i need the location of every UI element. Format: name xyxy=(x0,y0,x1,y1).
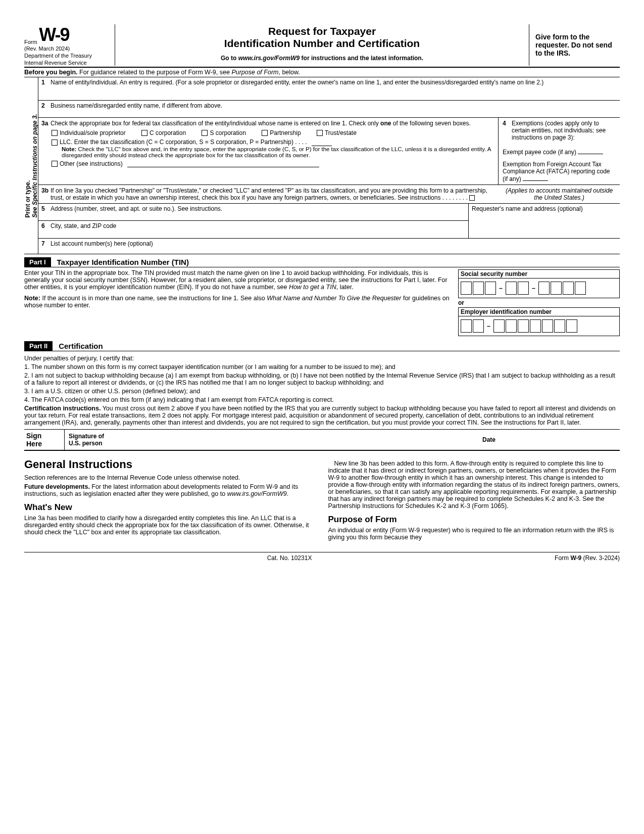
line-5[interactable]: 5 Address (number, street, and apt. or s… xyxy=(38,204,468,221)
ein-input[interactable]: – xyxy=(458,316,620,336)
tin-boxes: Social security number – – or Employer i… xyxy=(458,269,620,336)
checkbox-c-corp[interactable] xyxy=(141,130,147,136)
form-number: W-9 xyxy=(39,24,69,45)
certification-body: Under penalties of perjury, I certify th… xyxy=(24,351,620,426)
form-word: Form xyxy=(24,39,37,45)
line-1-label: Name of entity/individual. An entry is r… xyxy=(51,79,543,99)
signature-field[interactable]: Signature ofU.S. person xyxy=(65,430,478,450)
checkbox-individual[interactable] xyxy=(52,130,58,136)
main-fields: Print or type. See Specific Instructions… xyxy=(24,77,620,254)
general-instructions: General Instructions Section references … xyxy=(24,458,620,543)
llc-classification-input[interactable] xyxy=(312,139,332,146)
line-1[interactable]: 1 Name of entity/individual. An entry is… xyxy=(38,77,620,101)
line-3a: 3a Check the appropriate box for federal… xyxy=(38,118,499,184)
part-1-text: Enter your TIN in the appropriate box. T… xyxy=(24,269,458,336)
ssn-input[interactable]: – – xyxy=(458,278,620,298)
vertical-instruction: Print or type. See Specific Instructions… xyxy=(24,77,38,254)
header-left: Form W-9 (Rev. March 2024) Department of… xyxy=(24,24,115,66)
form-header: Form W-9 (Rev. March 2024) Department of… xyxy=(24,24,620,68)
goto-link: www.irs.gov/FormW9 xyxy=(238,55,300,62)
fatca-code-input[interactable] xyxy=(523,175,548,181)
line-3b: 3b If on line 3a you checked "Partnershi… xyxy=(38,185,499,203)
part-1-header: Part I Taxpayer Identification Number (T… xyxy=(24,257,620,267)
signature-row: SignHere Signature ofU.S. person Date xyxy=(24,429,620,451)
line-4: 4 Exemptions (codes apply only to certai… xyxy=(499,118,620,184)
line-3b-note: (Applies to accounts maintained outside … xyxy=(499,185,620,203)
title-line1: Request for Taxpayer xyxy=(121,25,523,37)
goto-line: Go to www.irs.gov/FormW9 for instruction… xyxy=(121,55,523,62)
header-center: Request for Taxpayer Identification Numb… xyxy=(115,24,529,66)
before-you-begin: Before you begin. For guidance related t… xyxy=(24,68,620,77)
date-field[interactable]: Date xyxy=(478,430,620,450)
checkbox-s-corp[interactable] xyxy=(202,130,208,136)
line-6[interactable]: 6 City, state, and ZIP code xyxy=(38,221,468,238)
header-right: Give form to the requester. Do not send … xyxy=(529,24,620,66)
dept-line2: Internal Revenue Service xyxy=(24,60,111,66)
exempt-payee-input[interactable] xyxy=(578,148,603,154)
dept-line1: Department of the Treasury xyxy=(24,53,111,59)
checkbox-3b[interactable] xyxy=(469,195,475,201)
line-2-label: Business name/disregarded entity name, i… xyxy=(51,102,222,116)
line-2[interactable]: 2 Business name/disregarded entity name,… xyxy=(38,101,620,118)
requester-address[interactable]: Requester's name and address (optional) xyxy=(468,204,620,238)
page-footer: Cat. No. 10231X Form W-9 (Rev. 3-2024) xyxy=(24,552,620,562)
checkbox-other[interactable] xyxy=(52,161,58,167)
line-7[interactable]: 7 List account number(s) here (optional) xyxy=(38,239,620,254)
revision: (Rev. March 2024) xyxy=(24,45,111,52)
checkbox-llc[interactable] xyxy=(52,140,58,146)
part-2-header: Part II Certification xyxy=(24,341,620,351)
checkbox-trust[interactable] xyxy=(317,130,323,136)
other-input[interactable] xyxy=(127,160,319,167)
title-line2: Identification Number and Certification xyxy=(121,37,523,50)
checkbox-partnership[interactable] xyxy=(262,130,268,136)
